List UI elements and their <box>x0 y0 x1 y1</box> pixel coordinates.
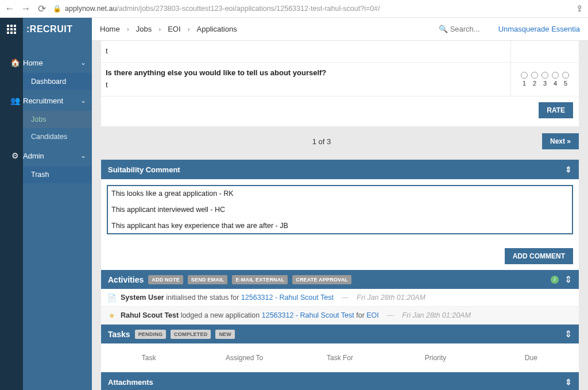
sidebar-item-label: Home <box>23 59 80 67</box>
chevron-down-icon: ⌄ <box>80 152 86 160</box>
rating-label: 4 <box>552 80 559 87</box>
rating-radio-1[interactable] <box>521 72 528 79</box>
activities-header: Activities ADD NOTE SEND EMAIL E-MAIL EX… <box>101 270 579 289</box>
chip-add-note[interactable]: ADD NOTE <box>148 275 183 284</box>
svg-rect-0 <box>7 25 9 27</box>
sidebar-item-dashboard[interactable]: Dashboard <box>23 73 92 90</box>
chip-email-external[interactable]: E-MAIL EXTERNAL <box>232 275 288 284</box>
info-icon[interactable]: i <box>551 276 559 284</box>
pager-text: 1 of 3 <box>101 137 542 146</box>
apps-grid-icon[interactable] <box>0 18 23 41</box>
sidebar-item-admin[interactable]: ⚙ Admin ⌄ <box>0 145 92 166</box>
panel-title: Tasks <box>108 330 130 339</box>
sidebar-item-candidates[interactable]: Candidates <box>23 128 92 145</box>
svg-rect-3 <box>7 28 9 30</box>
breadcrumb: Home› Jobs› EOI› Applications <box>100 25 237 33</box>
rating-label: 1 <box>521 80 528 87</box>
panel-title: Suitability Comment <box>108 165 180 174</box>
question-text: Is there anything else you would like to… <box>106 68 501 77</box>
tasks-columns: Task Assigned To Task For Priority Due <box>101 354 579 362</box>
logo: :RECRUIT <box>23 18 92 41</box>
collapse-icon[interactable]: ⇕ <box>565 377 572 387</box>
answer-text: t <box>106 47 501 55</box>
activity-icon: 📄 <box>108 294 116 302</box>
rating-cell: 1 2 3 4 5 <box>511 63 579 96</box>
svg-rect-6 <box>7 32 9 34</box>
chevron-down-icon: ⌄ <box>80 59 86 67</box>
rate-button[interactable]: RATE <box>539 102 573 118</box>
chip-create-approval[interactable]: CREATE APPROVAL <box>292 275 351 284</box>
share-icon[interactable]: ⇪ <box>576 3 583 14</box>
breadcrumb-item[interactable]: Applications <box>197 25 237 33</box>
rating-label: 5 <box>562 80 569 87</box>
side-rail <box>0 18 23 390</box>
search-icon: 🔍 <box>439 25 448 33</box>
svg-rect-2 <box>14 25 16 27</box>
breadcrumb-item[interactable]: EOI <box>168 25 180 33</box>
rating-cell <box>511 41 579 62</box>
sidebar-item-trash[interactable]: Trash <box>23 166 92 183</box>
back-button[interactable]: ← <box>5 3 15 14</box>
panel-title: Attachments <box>108 378 153 387</box>
unmasquerade-link[interactable]: Unmasquerade Essentia <box>498 25 580 33</box>
reload-button[interactable]: ⟳ <box>37 3 47 15</box>
activity-link[interactable]: 12563312 - Rahul Scout Test <box>262 311 354 319</box>
collapse-icon[interactable]: ⇕ <box>564 329 572 339</box>
panel-title: Activities <box>108 275 144 284</box>
chip-send-email[interactable]: SEND EMAIL <box>188 275 228 284</box>
rating-radio-2[interactable] <box>531 72 538 79</box>
chip-pending[interactable]: PENDING <box>135 330 166 339</box>
rating-radio-3[interactable] <box>541 72 548 79</box>
sidebar: :RECRUIT 🏠 Home ⌄ Dashboard 👥 Recruitmen… <box>23 18 92 390</box>
chip-completed[interactable]: COMPLETED <box>171 330 211 339</box>
svg-rect-4 <box>10 28 13 30</box>
breadcrumb-item[interactable]: Home <box>100 25 120 33</box>
activity-link[interactable]: EOI <box>366 311 379 319</box>
people-icon: 👥 <box>7 96 23 105</box>
sidebar-item-label: Recruitment <box>23 96 80 105</box>
suitability-comment-input[interactable] <box>107 185 573 234</box>
sidebar-item-jobs[interactable]: Jobs <box>23 111 92 128</box>
collapse-icon[interactable]: ⇕ <box>565 165 572 174</box>
rating-radio-4[interactable] <box>552 72 559 79</box>
sidebar-item-label: Admin <box>23 152 80 160</box>
suitability-header: Suitability Comment ⇕ <box>101 160 579 179</box>
rating-label: 3 <box>541 80 548 87</box>
gear-icon: ⚙ <box>7 151 23 160</box>
tasks-header: Tasks PENDING COMPLETED NEW ⇕ <box>101 325 579 343</box>
address-bar[interactable]: 🔒 applynow.net.au/admin/jobs/273803-scou… <box>53 5 570 13</box>
search-box[interactable]: 🔍 <box>439 25 490 33</box>
question-row: t <box>101 41 579 63</box>
next-button[interactable]: Next » <box>542 133 579 149</box>
svg-rect-7 <box>10 32 13 34</box>
answer-text: t <box>106 80 501 89</box>
browser-toolbar: ← → ⟳ 🔒 applynow.net.au/admin/jobs/27380… <box>0 0 588 18</box>
svg-rect-8 <box>14 32 16 34</box>
activity-link[interactable]: 12563312 - Rahul Scout Test <box>241 294 334 302</box>
activity-row: 📄 System User initialised the status for… <box>101 289 579 307</box>
attachments-header: Attachments ⇕ <box>101 372 579 390</box>
search-input[interactable] <box>450 25 490 33</box>
chevron-down-icon: ⌄ <box>80 96 86 105</box>
question-row: Is there anything else you would like to… <box>101 63 579 96</box>
add-comment-button[interactable]: ADD COMMENT <box>505 248 573 264</box>
sidebar-item-home[interactable]: 🏠 Home ⌄ <box>0 52 92 73</box>
lock-icon: 🔒 <box>53 5 61 13</box>
rating-label: 2 <box>531 80 538 87</box>
chip-new[interactable]: NEW <box>215 330 235 339</box>
svg-rect-1 <box>10 25 13 27</box>
activity-row: ★ Rahul Scout Test lodged a new applicat… <box>101 307 579 325</box>
star-icon: ★ <box>108 311 116 319</box>
breadcrumb-item[interactable]: Jobs <box>136 25 152 33</box>
home-icon: 🏠 <box>7 58 23 67</box>
sidebar-item-recruitment[interactable]: 👥 Recruitment ⌄ <box>0 90 92 111</box>
collapse-icon[interactable]: ⇕ <box>564 274 572 285</box>
rating-radio-5[interactable] <box>562 72 569 79</box>
svg-rect-5 <box>14 28 16 30</box>
top-bar: Home› Jobs› EOI› Applications 🔍 Unmasque… <box>92 18 588 41</box>
activity-timestamp: Fri Jan 28th 01:20AM <box>402 311 471 319</box>
activity-timestamp: Fri Jan 28th 01:20AM <box>357 294 425 302</box>
forward-button[interactable]: → <box>21 3 31 14</box>
